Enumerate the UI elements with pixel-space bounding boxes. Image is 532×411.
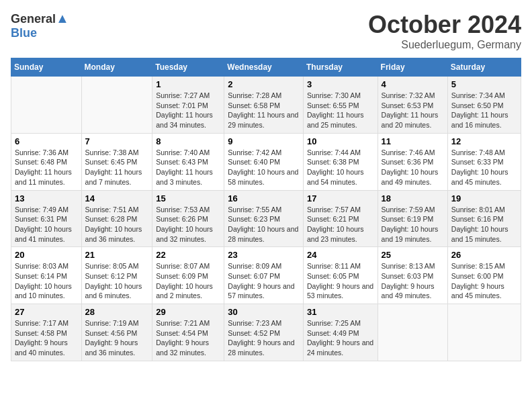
day-number: 21 (85, 250, 149, 260)
day-number: 20 (15, 250, 78, 260)
header-day: Monday (81, 58, 152, 77)
calendar-cell: 21Sunrise: 8:05 AMSunset: 6:12 PMDayligh… (81, 247, 152, 304)
day-info: Sunrise: 7:51 AMSunset: 6:28 PMDaylight:… (85, 205, 149, 244)
day-info: Sunrise: 7:59 AMSunset: 6:19 PMDaylight:… (382, 205, 444, 244)
day-info: Sunrise: 8:07 AMSunset: 6:09 PMDaylight:… (156, 261, 220, 301)
logo-bird: ▲ (56, 11, 69, 26)
logo: General▲ Blue (11, 11, 69, 40)
day-number: 31 (307, 307, 374, 317)
day-number: 10 (307, 136, 374, 146)
calendar-week-row: 27Sunrise: 7:17 AMSunset: 4:58 PMDayligh… (11, 304, 521, 361)
calendar-cell: 31Sunrise: 7:25 AMSunset: 4:49 PMDayligh… (303, 304, 378, 361)
day-info: Sunrise: 7:19 AMSunset: 4:56 PMDaylight:… (85, 318, 149, 358)
day-number: 11 (382, 136, 444, 146)
day-info: Sunrise: 7:49 AMSunset: 6:31 PMDaylight:… (15, 205, 78, 244)
calendar-cell: 10Sunrise: 7:44 AMSunset: 6:38 PMDayligh… (303, 133, 378, 190)
calendar-cell: 19Sunrise: 8:01 AMSunset: 6:16 PMDayligh… (447, 190, 521, 247)
day-number: 16 (228, 193, 300, 203)
calendar-cell: 11Sunrise: 7:46 AMSunset: 6:36 PMDayligh… (378, 133, 447, 190)
calendar-cell (81, 77, 152, 134)
calendar-cell: 4Sunrise: 7:32 AMSunset: 6:53 PMDaylight… (378, 77, 447, 134)
day-info: Sunrise: 7:38 AMSunset: 6:45 PMDaylight:… (85, 148, 149, 187)
logo-blue: Blue (11, 26, 37, 40)
header-day: Saturday (447, 58, 521, 77)
day-number: 7 (85, 136, 149, 146)
day-info: Sunrise: 8:05 AMSunset: 6:12 PMDaylight:… (85, 261, 149, 301)
calendar-cell: 29Sunrise: 7:21 AMSunset: 4:54 PMDayligh… (152, 304, 224, 361)
day-number: 2 (228, 79, 300, 89)
day-number: 15 (156, 193, 220, 203)
day-number: 27 (15, 307, 78, 317)
day-number: 17 (307, 193, 374, 203)
calendar-cell: 6Sunrise: 7:36 AMSunset: 6:48 PMDaylight… (11, 133, 82, 190)
calendar-table: SundayMondayTuesdayWednesdayThursdayFrid… (11, 58, 521, 361)
calendar-cell: 12Sunrise: 7:48 AMSunset: 6:33 PMDayligh… (447, 133, 521, 190)
header-day: Sunday (11, 58, 82, 77)
calendar-cell (447, 304, 521, 361)
calendar-cell: 3Sunrise: 7:30 AMSunset: 6:55 PMDaylight… (303, 77, 378, 134)
calendar-cell: 22Sunrise: 8:07 AMSunset: 6:09 PMDayligh… (152, 247, 224, 304)
calendar-cell: 20Sunrise: 8:03 AMSunset: 6:14 PMDayligh… (11, 247, 82, 304)
calendar-cell: 28Sunrise: 7:19 AMSunset: 4:56 PMDayligh… (81, 304, 152, 361)
day-info: Sunrise: 7:34 AMSunset: 6:50 PMDaylight:… (451, 91, 517, 130)
calendar-cell: 26Sunrise: 8:15 AMSunset: 6:00 PMDayligh… (447, 247, 521, 304)
day-number: 8 (156, 136, 220, 146)
day-number: 18 (382, 193, 444, 203)
day-number: 12 (451, 136, 517, 146)
calendar-cell: 25Sunrise: 8:13 AMSunset: 6:03 PMDayligh… (378, 247, 447, 304)
day-number: 3 (307, 79, 374, 89)
calendar-week-row: 13Sunrise: 7:49 AMSunset: 6:31 PMDayligh… (11, 190, 521, 247)
header-day: Thursday (303, 58, 378, 77)
calendar-cell: 14Sunrise: 7:51 AMSunset: 6:28 PMDayligh… (81, 190, 152, 247)
day-info: Sunrise: 7:46 AMSunset: 6:36 PMDaylight:… (382, 148, 444, 187)
header-day: Friday (378, 58, 447, 77)
day-info: Sunrise: 8:11 AMSunset: 6:05 PMDaylight:… (307, 261, 374, 301)
header-day: Wednesday (224, 58, 304, 77)
day-number: 23 (228, 250, 300, 260)
day-number: 9 (228, 136, 300, 146)
day-number: 5 (451, 79, 517, 89)
day-info: Sunrise: 7:36 AMSunset: 6:48 PMDaylight:… (15, 148, 78, 187)
calendar-cell: 27Sunrise: 7:17 AMSunset: 4:58 PMDayligh… (11, 304, 82, 361)
calendar-cell: 9Sunrise: 7:42 AMSunset: 6:40 PMDaylight… (224, 133, 304, 190)
day-info: Sunrise: 8:01 AMSunset: 6:16 PMDaylight:… (451, 205, 517, 244)
logo-general: General (11, 12, 56, 26)
day-info: Sunrise: 8:03 AMSunset: 6:14 PMDaylight:… (15, 261, 78, 301)
calendar-week-row: 6Sunrise: 7:36 AMSunset: 6:48 PMDaylight… (11, 133, 521, 190)
calendar-cell: 7Sunrise: 7:38 AMSunset: 6:45 PMDaylight… (81, 133, 152, 190)
calendar-header: SundayMondayTuesdayWednesdayThursdayFrid… (11, 58, 521, 77)
calendar-cell: 13Sunrise: 7:49 AMSunset: 6:31 PMDayligh… (11, 190, 82, 247)
calendar-cell (11, 77, 82, 134)
month-title: October 2024 (368, 11, 521, 39)
day-info: Sunrise: 7:55 AMSunset: 6:23 PMDaylight:… (228, 205, 300, 244)
calendar-cell: 1Sunrise: 7:27 AMSunset: 7:01 PMDaylight… (152, 77, 224, 134)
day-number: 22 (156, 250, 220, 260)
calendar-cell: 24Sunrise: 8:11 AMSunset: 6:05 PMDayligh… (303, 247, 378, 304)
calendar-cell: 23Sunrise: 8:09 AMSunset: 6:07 PMDayligh… (224, 247, 304, 304)
header-day: Tuesday (152, 58, 224, 77)
calendar-cell (378, 304, 447, 361)
calendar-cell: 17Sunrise: 7:57 AMSunset: 6:21 PMDayligh… (303, 190, 378, 247)
calendar-cell: 16Sunrise: 7:55 AMSunset: 6:23 PMDayligh… (224, 190, 304, 247)
day-info: Sunrise: 7:40 AMSunset: 6:43 PMDaylight:… (156, 148, 220, 187)
day-number: 26 (451, 250, 517, 260)
day-number: 25 (382, 250, 444, 260)
day-info: Sunrise: 8:13 AMSunset: 6:03 PMDaylight:… (382, 261, 444, 301)
day-info: Sunrise: 7:57 AMSunset: 6:21 PMDaylight:… (307, 205, 374, 244)
location-title: Suederluegum, Germany (368, 39, 521, 51)
title-block: October 2024 Suederluegum, Germany (368, 11, 521, 51)
day-info: Sunrise: 8:09 AMSunset: 6:07 PMDaylight:… (228, 261, 300, 301)
calendar-cell: 30Sunrise: 7:23 AMSunset: 4:52 PMDayligh… (224, 304, 304, 361)
day-info: Sunrise: 7:28 AMSunset: 6:58 PMDaylight:… (228, 91, 300, 130)
calendar-week-row: 1Sunrise: 7:27 AMSunset: 7:01 PMDaylight… (11, 77, 521, 134)
day-number: 30 (228, 307, 300, 317)
day-number: 6 (15, 136, 78, 146)
calendar-cell: 18Sunrise: 7:59 AMSunset: 6:19 PMDayligh… (378, 190, 447, 247)
day-info: Sunrise: 7:30 AMSunset: 6:55 PMDaylight:… (307, 91, 374, 130)
day-number: 19 (451, 193, 517, 203)
calendar-body: 1Sunrise: 7:27 AMSunset: 7:01 PMDaylight… (11, 77, 521, 361)
day-info: Sunrise: 8:15 AMSunset: 6:00 PMDaylight:… (451, 261, 517, 301)
day-number: 13 (15, 193, 78, 203)
day-number: 14 (85, 193, 149, 203)
day-info: Sunrise: 7:44 AMSunset: 6:38 PMDaylight:… (307, 148, 374, 187)
